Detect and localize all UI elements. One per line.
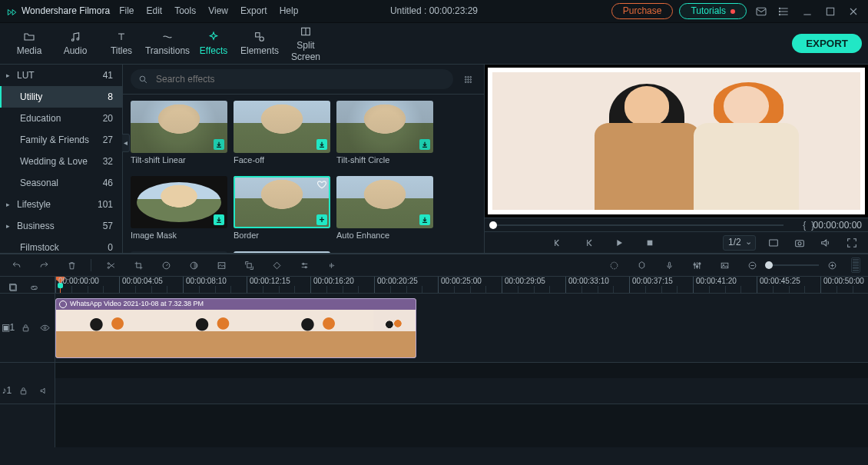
sidebar-item-wedding-love[interactable]: Wedding & Love32 <box>0 151 122 172</box>
effect-card[interactable]: Face-off <box>234 101 330 171</box>
download-icon[interactable] <box>214 139 224 150</box>
split-icon[interactable] <box>102 257 119 274</box>
sidebar-item-lut[interactable]: ▸LUT41 <box>0 65 122 86</box>
download-icon[interactable] <box>316 139 327 150</box>
play-button[interactable] <box>611 234 628 251</box>
voiceover-icon[interactable] <box>661 257 678 274</box>
sidebar-item-filmstock[interactable]: Filmstock0 <box>0 237 122 253</box>
adjust-icon[interactable] <box>296 257 313 274</box>
keyframe-icon[interactable] <box>268 257 285 274</box>
grid-view-icon[interactable] <box>459 71 476 88</box>
step-back-button[interactable] <box>580 234 597 251</box>
download-icon[interactable] <box>214 214 224 225</box>
menu-edit[interactable]: Edit <box>147 5 163 17</box>
effect-thumbnail[interactable] <box>131 251 227 253</box>
menu-export[interactable]: Export <box>240 5 267 17</box>
preview-quality-icon[interactable] <box>765 234 782 251</box>
effect-thumbnail[interactable] <box>131 101 227 153</box>
scrub-handle-icon[interactable] <box>489 221 497 229</box>
menu-tools[interactable]: Tools <box>174 5 196 17</box>
purchase-button[interactable]: Purchase <box>611 3 674 19</box>
download-icon[interactable] <box>419 214 430 225</box>
window-close-icon[interactable] <box>845 3 862 20</box>
sidebar-item-lifestyle[interactable]: ▸Lifestyle101 <box>0 194 122 215</box>
mute-icon[interactable] <box>36 383 53 400</box>
effect-card[interactable]: Image Mask <box>131 176 227 247</box>
search-field[interactable] <box>154 73 446 86</box>
video-clip[interactable]: WhatsApp Video 2021-10-08 at 7.32.38 PM <box>55 298 416 358</box>
tab-media[interactable]: Media <box>6 27 52 60</box>
menu-help[interactable]: Help <box>280 5 299 17</box>
audio-wave-icon[interactable] <box>323 257 340 274</box>
effect-card[interactable]: Tilt-shift Circle <box>336 101 433 171</box>
tutorials-button[interactable]: Tutorials <box>679 3 747 19</box>
window-maximize-icon[interactable] <box>822 3 839 20</box>
track-manager-icon[interactable] <box>5 279 22 294</box>
tab-effects[interactable]: Effects <box>190 27 237 60</box>
eye-icon[interactable] <box>36 320 53 337</box>
sidebar-item-education[interactable]: Education20 <box>0 108 122 129</box>
sidebar-item-seasonal[interactable]: Seasonal46 <box>0 172 122 194</box>
effect-card[interactable] <box>131 251 227 253</box>
effect-thumbnail[interactable] <box>234 101 330 153</box>
motion-tracking-icon[interactable] <box>240 257 257 274</box>
snapshot-icon[interactable] <box>791 234 808 251</box>
menu-view[interactable]: View <box>208 5 228 17</box>
effect-thumbnail[interactable]: + <box>234 176 330 228</box>
thumbnail-icon[interactable] <box>716 257 733 274</box>
redo-icon[interactable] <box>35 257 52 274</box>
color-icon[interactable] <box>185 257 202 274</box>
tab-elements[interactable]: Elements <box>237 27 283 60</box>
audio-track[interactable] <box>55 378 868 404</box>
add-icon[interactable]: + <box>316 214 327 225</box>
lock-icon[interactable] <box>15 383 32 400</box>
prev-frame-button[interactable] <box>549 234 566 251</box>
volume-icon[interactable] <box>817 234 834 251</box>
crop-icon[interactable] <box>130 257 147 274</box>
undo-icon[interactable] <box>8 257 25 274</box>
tab-titles[interactable]: Titles <box>98 27 144 60</box>
video-track[interactable]: WhatsApp Video 2021-10-08 at 7.32.38 PM <box>55 294 868 363</box>
effect-thumbnail[interactable] <box>234 251 330 253</box>
timeline-zoom-slider[interactable] <box>744 257 840 274</box>
effect-thumbnail[interactable] <box>336 176 433 228</box>
sidebar-collapse-icon[interactable]: ◂ <box>122 134 130 152</box>
window-minimize-icon[interactable] <box>799 3 816 20</box>
search-input[interactable] <box>131 69 453 89</box>
sidebar-item-business[interactable]: ▸Business57 <box>0 215 122 237</box>
effect-card[interactable]: Auto Enhance <box>336 176 433 247</box>
export-button[interactable]: EXPORT <box>792 34 862 53</box>
sidebar-item-family-friends[interactable]: Family & Friends27 <box>0 129 122 151</box>
effect-card[interactable]: +Border <box>234 176 330 247</box>
sidebar-item-utility[interactable]: Utility8 <box>0 86 122 108</box>
lock-icon[interactable] <box>17 320 34 337</box>
link-icon[interactable] <box>25 279 42 294</box>
timeline-ruler[interactable]: 00:00:00:0000:00:04:0500:00:08:1000:00:1… <box>0 277 868 294</box>
zoom-out-icon[interactable] <box>744 257 760 274</box>
ruler-tick-major: 00:00:45:25 <box>757 277 800 293</box>
zoom-in-icon[interactable] <box>823 257 840 274</box>
stop-button[interactable] <box>641 234 658 251</box>
tab-transitions[interactable]: Transitions <box>144 27 190 60</box>
speed-icon[interactable] <box>157 257 174 274</box>
effect-thumbnail[interactable] <box>131 176 227 228</box>
ruler-tick-minor <box>677 286 678 293</box>
effect-thumbnail[interactable] <box>336 101 433 153</box>
preview-zoom-select[interactable]: 1/2 <box>723 235 756 251</box>
delete-icon[interactable] <box>63 257 80 274</box>
preview-scrub[interactable]: { } 00:00:00:00 <box>485 218 868 231</box>
mixer-icon[interactable] <box>688 257 705 274</box>
green-screen-icon[interactable] <box>213 257 230 274</box>
fullscreen-icon[interactable] <box>843 234 860 251</box>
mail-icon[interactable] <box>753 3 770 20</box>
favorite-icon[interactable] <box>316 179 327 190</box>
render-icon[interactable] <box>605 257 622 274</box>
tasks-icon[interactable] <box>776 3 793 20</box>
download-icon[interactable] <box>419 139 430 150</box>
effect-card[interactable] <box>234 251 330 253</box>
tab-splitscreen[interactable]: Split Screen <box>283 22 329 66</box>
tab-audio[interactable]: Audio <box>52 27 98 60</box>
menu-file[interactable]: File <box>119 5 134 17</box>
effect-card[interactable]: Tilt-shift Linear <box>131 101 227 171</box>
marker-icon[interactable] <box>633 257 650 274</box>
